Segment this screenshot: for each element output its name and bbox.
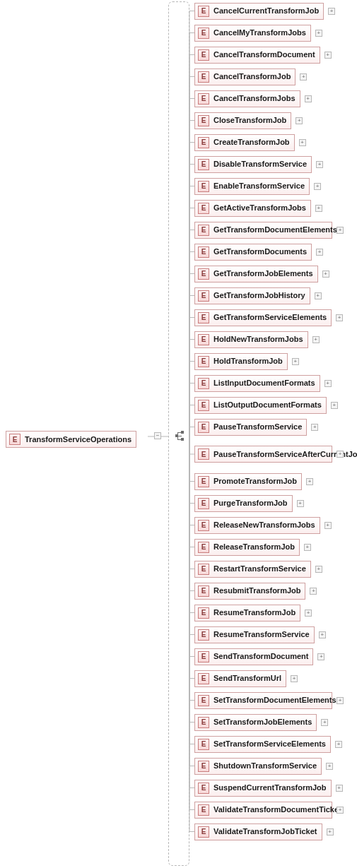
child-node-box[interactable]: ESetTransformServiceElements	[194, 736, 331, 753]
expand-icon[interactable]	[312, 336, 320, 343]
child-element: EValidateTransformDocumentTicket	[194, 802, 344, 818]
expand-icon[interactable]	[336, 785, 343, 792]
child-element: EResumeTransformJob	[194, 605, 344, 621]
child-node-box[interactable]: ERestartTransformService	[194, 561, 311, 578]
child-node-box[interactable]: ECancelTransformJob	[194, 69, 295, 85]
element-badge-icon: E	[198, 629, 209, 641]
child-node-box[interactable]: ESendTransformDocument	[194, 648, 313, 665]
child-node-box[interactable]: EHoldTransformJob	[194, 353, 288, 370]
child-node-box[interactable]: ESuspendCurrentTransformJob	[194, 780, 332, 797]
root-node-box[interactable]: E TransformServiceOperations	[6, 431, 136, 448]
expand-icon[interactable]	[310, 588, 317, 595]
child-node-box[interactable]: EReleaseNewTransformJobs	[194, 517, 320, 534]
expand-icon[interactable]	[331, 402, 338, 409]
child-node-box[interactable]: EDisableTransformService	[194, 156, 312, 173]
child-node-box[interactable]: EHoldNewTransformJobs	[194, 331, 308, 348]
child-node-box[interactable]: EReleaseTransformJob	[194, 539, 300, 556]
child-node-box[interactable]: EGetTransformDocumentElements	[194, 222, 332, 239]
child-label: ResumeTransformService	[213, 630, 310, 639]
child-node-box[interactable]: ESetTransformJobElements	[194, 714, 317, 731]
expand-icon[interactable]	[336, 697, 344, 704]
child-node-box[interactable]: EResumeTransformJob	[194, 605, 300, 622]
child-node-box[interactable]: EValidateTransformDocumentTicket	[194, 802, 332, 819]
expand-icon[interactable]	[315, 30, 322, 37]
child-node-box[interactable]: EGetTransformJobHistory	[194, 287, 310, 304]
child-label: ValidateTransformJobTicket	[213, 827, 317, 836]
child-node-box[interactable]: EPauseTransformServiceAfterCurrentJob	[194, 446, 332, 463]
expand-icon[interactable]	[304, 544, 311, 551]
child-elements-column: ECancelCurrentTransformJobECancelMyTrans…	[194, 3, 344, 845]
child-node-box[interactable]: EShutdownTransformService	[194, 758, 322, 775]
child-node-box[interactable]: ECancelMyTransformJobs	[194, 25, 311, 42]
element-badge-icon: E	[198, 115, 209, 126]
expand-icon[interactable]	[305, 610, 312, 617]
root-label: TransformServiceOperations	[25, 435, 131, 444]
expand-icon[interactable]	[315, 566, 322, 573]
expand-icon[interactable]	[292, 358, 299, 365]
child-node-box[interactable]: ESetTransformDocumentElements	[194, 692, 332, 709]
expand-icon[interactable]	[315, 205, 322, 212]
expand-icon[interactable]	[336, 227, 344, 234]
expand-icon[interactable]	[336, 451, 344, 458]
expand-icon[interactable]	[335, 741, 342, 748]
expand-icon[interactable]	[306, 478, 313, 485]
child-node-box[interactable]: EPurgeTransformJob	[194, 495, 293, 512]
expand-icon[interactable]	[299, 139, 306, 146]
child-node-box[interactable]: EListInputDocumentFormats	[194, 375, 320, 392]
expand-icon[interactable]	[317, 653, 324, 660]
child-node-box[interactable]: ESendTransformUrl	[194, 670, 286, 687]
expand-icon[interactable]	[328, 8, 335, 15]
child-element: EReleaseTransformJob	[194, 539, 344, 555]
child-node-box[interactable]: EGetActiveTransformJobs	[194, 200, 311, 217]
child-node-box[interactable]: EResumeTransformService	[194, 626, 315, 643]
child-element: ECancelMyTransformJobs	[194, 25, 344, 41]
child-node-box[interactable]: EEnableTransformService	[194, 178, 310, 195]
expand-icon[interactable]	[326, 763, 333, 770]
expand-icon[interactable]	[316, 161, 323, 168]
child-label: DisableTransformService	[213, 160, 307, 169]
child-node-box[interactable]: EPauseTransformService	[194, 419, 307, 436]
expand-icon[interactable]	[324, 522, 332, 529]
child-node-box[interactable]: ECreateTransformJob	[194, 134, 295, 151]
child-node-box[interactable]: ECancelCurrentTransformJob	[194, 3, 324, 20]
collapse-icon[interactable]	[154, 432, 161, 439]
child-node-box[interactable]: EGetTransformDocuments	[194, 244, 312, 261]
child-node-box[interactable]: EResubmitTransformJob	[194, 583, 305, 600]
child-node-box[interactable]: EValidateTransformJobTicket	[194, 824, 322, 840]
child-node-box[interactable]: ECloseTransformJob	[194, 112, 291, 129]
child-label: CloseTransformJob	[213, 116, 286, 125]
child-node-box[interactable]: ECancelTransformDocument	[194, 47, 320, 64]
element-badge-icon: E	[198, 400, 209, 411]
child-node-box[interactable]: ECancelTransformJobs	[194, 90, 300, 107]
expand-icon[interactable]	[319, 631, 326, 638]
child-node-box[interactable]: EGetTransformServiceElements	[194, 309, 332, 326]
child-label: RestartTransformService	[213, 564, 306, 573]
child-node-box[interactable]: EPromoteTransformJob	[194, 473, 302, 490]
child-node-box[interactable]: EListOutputDocumentFormats	[194, 397, 327, 414]
expand-icon[interactable]	[324, 52, 332, 59]
expand-icon[interactable]	[336, 807, 344, 814]
element-badge-icon: E	[198, 28, 209, 39]
expand-icon[interactable]	[321, 719, 328, 726]
expand-icon[interactable]	[322, 270, 329, 278]
expand-icon[interactable]	[297, 500, 304, 507]
expand-icon[interactable]	[315, 292, 322, 299]
expand-icon[interactable]	[327, 828, 334, 836]
child-element: ECancelTransformJob	[194, 69, 344, 85]
model-group-icon	[175, 429, 187, 442]
child-label: SetTransformServiceElements	[213, 739, 326, 749]
element-badge-icon: E	[198, 826, 209, 838]
expand-icon[interactable]	[305, 95, 312, 102]
child-node-box[interactable]: EGetTransformJobElements	[194, 266, 318, 283]
element-badge-icon: E	[198, 542, 209, 553]
expand-icon[interactable]	[300, 73, 307, 81]
expand-icon[interactable]	[291, 675, 298, 682]
expand-icon[interactable]	[324, 380, 332, 387]
expand-icon[interactable]	[336, 314, 343, 321]
expand-icon[interactable]	[295, 117, 303, 124]
expand-icon[interactable]	[316, 249, 323, 256]
expand-icon[interactable]	[314, 183, 321, 190]
child-label: ResumeTransformJob	[213, 608, 295, 617]
child-element: EReleaseNewTransformJobs	[194, 517, 344, 533]
expand-icon[interactable]	[311, 424, 318, 431]
